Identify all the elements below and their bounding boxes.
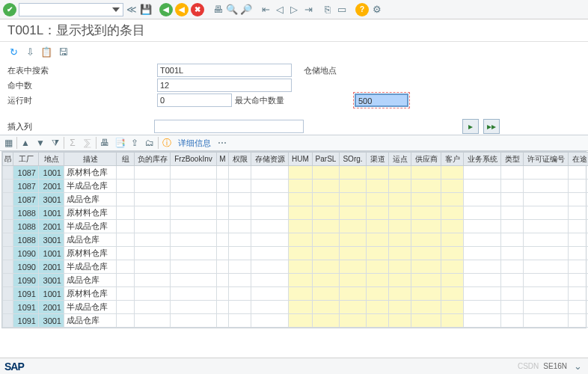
col-header[interactable]: 渠道 (367, 153, 389, 166)
watermark: CSDN (518, 362, 539, 370)
table-row[interactable]: 10881001原材料仓库 (3, 206, 589, 220)
col-header[interactable]: 描述 (64, 153, 117, 166)
insert-column-input[interactable] (154, 120, 304, 133)
table-name-field[interactable]: T001L (157, 64, 292, 77)
search-label: 在表中搜索 (7, 65, 157, 76)
col-header[interactable]: 供应商 (411, 153, 441, 166)
tcode-display: SE16N (543, 362, 567, 370)
table-row[interactable]: 10911001原材料仓库 (3, 287, 589, 301)
transfer-button[interactable]: ▸▸ (483, 119, 500, 134)
refresh-icon[interactable]: ↻ (7, 46, 19, 58)
table-row[interactable]: 10871001原材料仓库 (3, 166, 589, 180)
command-field[interactable] (19, 3, 123, 16)
table-row[interactable]: 10903001成品仓库 (3, 274, 589, 287)
exit-icon[interactable]: ◀ (175, 3, 189, 16)
col-header[interactable]: SOrg. (340, 153, 367, 166)
status-bar: SAP CSDN SE16N ⌄ (0, 358, 588, 374)
filter-icon[interactable]: ⧩ (49, 137, 62, 149)
sum-icon[interactable]: Σ (66, 137, 79, 149)
insert-label: 插入列 (7, 121, 150, 132)
help-icon[interactable]: ? (355, 3, 369, 16)
add-column-button[interactable]: ▸ (462, 119, 479, 134)
select-all-icon[interactable]: ▦ (1, 137, 15, 149)
table-row[interactable]: 10883001成品仓库 (3, 233, 589, 247)
table-row[interactable]: 10873001成品仓库 (3, 193, 589, 206)
table-row[interactable]: 10913001成品仓库 (3, 314, 589, 328)
alv-grid: 昂工厂地点描述组负的库存FrzBookInvM权限存储资源HUMParSLSOr… (1, 151, 587, 328)
page-title: T001L：显示找到的条目 (0, 19, 588, 42)
next-page-icon[interactable]: ▷ (288, 4, 300, 16)
col-header[interactable]: 类型 (501, 153, 524, 166)
prev-page-icon[interactable]: ◁ (274, 4, 286, 16)
runtime-label: 运行时 (7, 95, 157, 106)
info-icon[interactable]: ⓘ (160, 137, 174, 149)
hits-field: 12 (157, 79, 292, 92)
runtime-field: 0 (157, 94, 232, 107)
maxhits-field[interactable]: 500 (355, 94, 408, 107)
table-row[interactable]: 10882001半成品仓库 (3, 220, 589, 233)
cancel-icon[interactable]: ✖ (191, 3, 204, 16)
first-page-icon[interactable]: ⇤ (260, 4, 272, 16)
save-icon[interactable]: 💾 (140, 4, 152, 16)
table-row[interactable]: 10872001半成品仓库 (3, 180, 589, 193)
insert-column-row: 插入列 ▸ ▸▸ (0, 118, 588, 135)
last-page-icon[interactable]: ⇥ (302, 4, 314, 16)
col-header[interactable]: HUM (289, 153, 313, 166)
hits-label: 命中数 (7, 80, 157, 91)
print2-icon[interactable]: 🖶 (98, 137, 111, 149)
clipboard-icon[interactable]: 📋 (40, 46, 52, 58)
table-row[interactable]: 10912001半成品仓库 (3, 301, 589, 314)
save-variant-icon[interactable]: 🖫 (57, 46, 69, 58)
chevrons-left-icon[interactable]: ≪ (126, 4, 138, 16)
col-header[interactable]: 客户 (441, 153, 464, 166)
export-icon[interactable]: ⇩ (24, 46, 36, 58)
enter-icon[interactable]: ✔ (3, 3, 16, 16)
desc-label: 仓储地点 (304, 65, 379, 76)
export2-icon[interactable]: ⇪ (128, 137, 141, 149)
system-toolbar: ✔ ≪ 💾 ◀ ◀ ✖ 🖶 🔍 🔎 ⇤ ◁ ▷ ⇥ ⎘ ▭ ? ⚙ (0, 0, 588, 19)
detail-link[interactable]: 详细信息 (175, 138, 214, 149)
view-icon[interactable]: 📑 (113, 137, 126, 149)
more-icon[interactable]: ⋯ (215, 137, 229, 149)
col-header[interactable]: 许可证编号 (524, 153, 569, 166)
customize-icon[interactable]: ⚙ (371, 4, 383, 16)
sap-logo: SAP (4, 361, 24, 373)
sort-asc-icon[interactable]: ▲ (19, 137, 32, 149)
table-row[interactable]: 10902001半成品仓库 (3, 260, 589, 274)
col-header[interactable]: FrzBookInv (171, 153, 217, 166)
col-header[interactable]: 昂 (3, 153, 13, 166)
back-icon[interactable]: ◀ (159, 3, 173, 16)
search-form: 在表中搜索 T001L 仓储地点 命中数 12 运行时 0 最大命中数量 500 (0, 61, 588, 112)
col-header[interactable]: 权限 (229, 153, 251, 166)
col-header[interactable]: 存储资源 (251, 153, 289, 166)
print-icon[interactable]: 🖶 (212, 4, 224, 16)
sort-desc-icon[interactable]: ▼ (34, 137, 47, 149)
col-header[interactable]: 运点 (389, 153, 411, 166)
layout-icon[interactable]: ▭ (336, 4, 348, 16)
find-next-icon[interactable]: 🔎 (240, 4, 252, 16)
app-toolbar: ↻ ⇩ 📋 🖫 (0, 42, 588, 61)
col-header[interactable]: 负的库存 (135, 153, 171, 166)
table-row[interactable]: 10901001原材料仓库 (3, 247, 589, 260)
col-header[interactable]: M (217, 153, 229, 166)
dropdown-icon[interactable]: ⌄ (572, 361, 584, 373)
col-header[interactable]: 业务系统 (464, 153, 501, 166)
subtotal-icon[interactable]: ⅀ (81, 137, 94, 149)
col-header[interactable]: 地点 (39, 153, 64, 166)
col-header[interactable]: 组 (117, 153, 135, 166)
col-header[interactable]: 工厂 (13, 153, 39, 166)
new-session-icon[interactable]: ⎘ (322, 4, 334, 16)
layout2-icon[interactable]: 🗂 (143, 137, 156, 149)
find-icon[interactable]: 🔍 (226, 4, 238, 16)
maxhits-label: 最大命中数量 (235, 95, 295, 106)
alv-toolbar: ▦ ▲ ▼ ⧩ Σ ⅀ 🖶 📑 ⇪ 🗂 ⓘ 详细信息 ⋯ (0, 135, 588, 151)
col-header[interactable]: 在途 (569, 153, 589, 166)
col-header[interactable]: ParSL (313, 153, 340, 166)
